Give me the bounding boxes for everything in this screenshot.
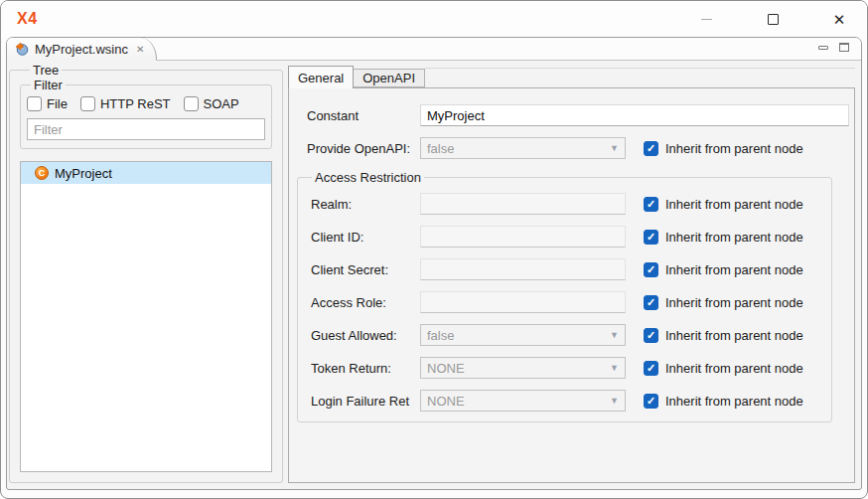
close-icon: ✕ — [833, 12, 846, 27]
checkbox-checked-icon: ✓ — [644, 197, 658, 212]
inherit-checkbox[interactable]: ✓ Inherit from parent node — [644, 141, 803, 156]
view-minimize-icon[interactable] — [818, 46, 828, 50]
filter-checkbox-row: File HTTP ReST SOAP — [27, 96, 265, 111]
combo-value: false — [427, 328, 454, 343]
checkbox-icon — [80, 96, 95, 111]
field-label: Client Secret: — [311, 262, 420, 277]
checkbox-checked-icon: ✓ — [644, 361, 658, 376]
inherit-checkbox[interactable]: ✓ Inherit from parent node — [644, 361, 803, 376]
constant-field-row: Constant — [307, 104, 854, 126]
inherit-label: Inherit from parent node — [665, 141, 803, 156]
checkbox-label: File — [47, 96, 68, 111]
filter-group: Filter File HTTP ReST SOAP — [20, 78, 272, 149]
field-label: Client ID: — [311, 230, 420, 245]
filter-checkbox-soap[interactable]: SOAP — [184, 96, 239, 111]
general-tab-body: Constant Provide OpenAPI: false ▼ ✓ Inhe… — [288, 87, 855, 483]
realm-row: Realm: ✓ Inherit from parent node — [311, 193, 831, 215]
field-label: Login Failure Ret — [311, 394, 420, 409]
checkbox-checked-icon: ✓ — [644, 141, 658, 156]
access-role-row: Access Role: ✓ Inherit from parent node — [311, 291, 831, 313]
realm-input — [420, 193, 626, 215]
inherit-checkbox[interactable]: ✓ Inherit from parent node — [644, 328, 803, 343]
view-controls — [818, 43, 849, 52]
wsinc-file-icon — [15, 42, 29, 56]
combo-value: NONE — [427, 361, 465, 376]
provide-openapi-row: Provide OpenAPI: false ▼ ✓ Inherit from … — [307, 137, 854, 159]
tree-item-label: MyProject — [55, 166, 112, 181]
combo-value: false — [427, 141, 454, 156]
inherit-checkbox[interactable]: ✓ Inherit from parent node — [644, 394, 803, 409]
editor-tab-myproject[interactable]: MyProject.wsinc ✕ — [7, 38, 157, 61]
field-label: Constant — [307, 108, 420, 123]
inherit-checkbox[interactable]: ✓ Inherit from parent node — [644, 197, 803, 212]
close-button[interactable]: ✕ — [816, 1, 862, 37]
properties-panel: General OpenAPI Constant Provide OpenAPI… — [288, 65, 855, 483]
window-controls: ✕ — [683, 1, 867, 37]
filter-group-label: Filter — [31, 78, 66, 92]
chevron-down-icon: ▼ — [610, 396, 623, 406]
guest-allowed-row: Guest Allowed: false ▼ ✓ Inherit from pa… — [311, 324, 831, 346]
tab-openapi[interactable]: OpenAPI — [354, 69, 425, 87]
client-id-row: Client ID: ✓ Inherit from parent node — [311, 226, 831, 248]
inherit-label: Inherit from parent node — [665, 328, 803, 343]
access-restriction-group: Access Restriction Realm: ✓ Inherit from… — [297, 170, 832, 422]
chevron-down-icon: ▼ — [610, 330, 623, 340]
inherit-checkbox[interactable]: ✓ Inherit from parent node — [644, 230, 803, 245]
constant-input[interactable] — [420, 104, 849, 126]
editor-content: Tree Filter File HTTP ReST — [7, 61, 861, 489]
maximize-icon — [768, 14, 779, 25]
properties-tabbar: General OpenAPI — [288, 65, 855, 87]
inherit-label: Inherit from parent node — [665, 295, 803, 310]
inherit-label: Inherit from parent node — [665, 230, 803, 245]
tab-general[interactable]: General — [288, 66, 354, 88]
editor-tab-label: MyProject.wsinc — [35, 42, 128, 57]
inherit-label: Inherit from parent node — [665, 262, 803, 277]
filter-input[interactable] — [27, 118, 265, 140]
inherit-checkbox[interactable]: ✓ Inherit from parent node — [644, 262, 803, 277]
inherit-checkbox[interactable]: ✓ Inherit from parent node — [644, 295, 803, 310]
checkbox-checked-icon: ✓ — [644, 394, 658, 409]
client-secret-input — [420, 258, 626, 280]
app-logo: X4 — [17, 10, 38, 28]
client-secret-row: Client Secret: ✓ Inherit from parent nod… — [311, 258, 831, 280]
inherit-label: Inherit from parent node — [665, 394, 803, 409]
maximize-button[interactable] — [750, 1, 796, 37]
tree-list: C MyProject — [20, 161, 272, 472]
filter-checkbox-file[interactable]: File — [27, 96, 68, 111]
access-role-input — [420, 291, 626, 313]
tabbar-filler — [425, 68, 855, 69]
chevron-down-icon: ▼ — [610, 363, 623, 373]
field-label: Guest Allowed: — [311, 328, 420, 343]
tree-item-myproject[interactable]: C MyProject — [21, 162, 271, 184]
checkbox-checked-icon: ✓ — [644, 328, 658, 343]
editor-tabbar: MyProject.wsinc ✕ — [7, 38, 861, 61]
filter-checkbox-http-rest[interactable]: HTTP ReST — [80, 96, 171, 111]
field-label: Provide OpenAPI: — [307, 141, 420, 156]
checkbox-checked-icon: ✓ — [644, 262, 658, 277]
combo-value: NONE — [427, 394, 465, 409]
checkbox-icon — [184, 96, 199, 111]
tree-group-label: Tree — [30, 63, 62, 78]
checkbox-checked-icon: ✓ — [644, 230, 658, 245]
field-label: Access Role: — [311, 295, 420, 310]
minimize-button[interactable] — [683, 1, 729, 37]
tree-group: Tree Filter File HTTP ReST — [9, 63, 283, 483]
client-id-input — [420, 226, 626, 248]
login-failure-select: NONE ▼ — [420, 390, 626, 412]
token-return-row: Token Return: NONE ▼ ✓ Inherit from pare… — [311, 357, 831, 379]
guest-allowed-select: false ▼ — [420, 324, 626, 346]
view-maximize-icon[interactable] — [839, 43, 849, 52]
checkbox-label: SOAP — [204, 96, 239, 111]
field-label: Realm: — [311, 197, 420, 212]
window-titlebar: X4 ✕ — [1, 1, 867, 37]
checkbox-label: HTTP ReST — [100, 96, 171, 111]
inherit-label: Inherit from parent node — [665, 361, 803, 376]
field-label: Token Return: — [311, 361, 420, 376]
inherit-label: Inherit from parent node — [665, 197, 803, 212]
tab-close-icon[interactable]: ✕ — [136, 44, 144, 55]
chevron-down-icon: ▼ — [610, 143, 623, 153]
provide-openapi-select: false ▼ — [420, 137, 626, 159]
minimize-icon — [701, 19, 712, 20]
constant-node-icon: C — [35, 166, 49, 180]
app-window: X4 ✕ MyProject.wsinc ✕ — [0, 0, 868, 499]
